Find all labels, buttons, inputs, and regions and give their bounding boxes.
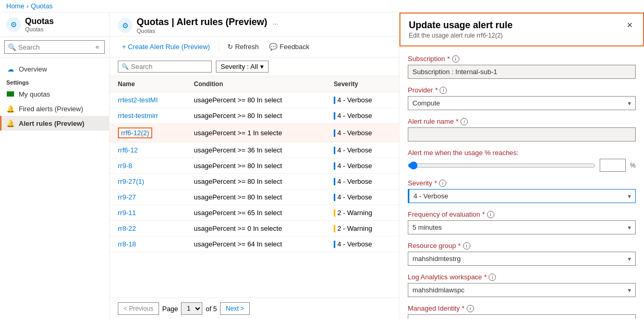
page-select[interactable]: 1 2 3 4 5 <box>181 302 202 315</box>
resource-group-label: Resource group <box>408 242 456 250</box>
resource-group-select[interactable]: mahshidmtestrg <box>408 252 636 266</box>
managed-identity-info-icon[interactable]: i <box>467 305 474 312</box>
right-panel: Update usage alert rule Edit the usage a… <box>399 13 644 319</box>
cell-name: rrf6-12 <box>110 143 186 158</box>
page-icon: ⚙ <box>118 18 132 33</box>
filter-search-input[interactable] <box>131 63 208 70</box>
cell-name: rr9-8 <box>110 158 186 174</box>
cell-severity: 4 - Verbose <box>325 143 399 158</box>
frequency-info-icon[interactable]: i <box>487 211 494 218</box>
resource-group-info-icon[interactable]: i <box>463 242 470 250</box>
usage-pct-input[interactable]: 1 <box>600 159 626 172</box>
cell-severity: 2 - Warning <box>325 205 399 221</box>
prev-page-button[interactable]: < Previous <box>118 302 159 315</box>
table-row[interactable]: rr9-27(1)usagePercent >= 80 In select4 -… <box>110 174 399 190</box>
more-options-icon[interactable]: ... <box>272 18 278 26</box>
cell-severity: 4 - Verbose <box>325 108 399 124</box>
managed-identity-required: * <box>462 304 465 312</box>
frequency-select[interactable]: 5 minutes <box>408 220 636 234</box>
sidebar-item-alert-rules-label: Alert rules (Preview) <box>19 120 84 127</box>
panel-close-button[interactable]: × <box>625 20 635 31</box>
provider-required: * <box>435 86 438 94</box>
table-row[interactable]: rrf6-12(2)usagePercent >= 1 In selecte4 … <box>110 124 399 143</box>
page-subtitle: Quotas <box>137 28 278 34</box>
breadcrumb-bar: Home › Quotas <box>0 0 644 13</box>
frequency-required: * <box>482 210 485 218</box>
col-header-severity: Severity <box>325 76 399 92</box>
alert-rule-name-info-icon[interactable]: i <box>460 118 468 125</box>
sidebar-search-box[interactable]: 🔍 « <box>4 40 105 54</box>
overview-icon: ☁ <box>6 65 15 73</box>
alert-rule-name-label: Alert rule name <box>408 117 454 125</box>
filter-search-icon: 🔍 <box>121 63 129 70</box>
col-header-name: Name <box>110 76 186 92</box>
resource-group-field: Resource group * i mahshidmtestrg <box>408 242 636 266</box>
filter-search-box[interactable]: 🔍 <box>118 61 212 73</box>
cell-name: rr9-11 <box>110 205 186 221</box>
sidebar-item-overview[interactable]: ☁ Overview <box>0 62 109 76</box>
sidebar-header: ⚙ Quotas Quotas <box>0 13 109 37</box>
subscription-info-icon[interactable]: i <box>452 55 459 63</box>
table-row[interactable]: rr9-11usagePercent >= 65 In select2 - Wa… <box>110 205 399 221</box>
alert-rules-table-container: Name Condition Severity rrtest2-testMIus… <box>110 76 399 298</box>
usage-pct-label: Alert me when the usage % reaches: <box>408 149 518 157</box>
managed-identity-select[interactable]: testmi <box>408 314 636 319</box>
table-row[interactable]: rr9-8usagePercent >= 80 In select4 - Ver… <box>110 158 399 174</box>
table-row[interactable]: rrf6-12usagePercent >= 36 In select4 - V… <box>110 143 399 158</box>
log-analytics-select[interactable]: mahshidmlawspc <box>408 283 636 297</box>
sidebar-item-my-quotas[interactable]: My quotas <box>0 87 109 101</box>
provider-info-icon[interactable]: i <box>440 87 447 94</box>
pagination: < Previous Page 1 2 3 4 5 of 5 Next > <box>110 298 399 319</box>
frequency-field: Frequency of evaluation * i 5 minutes <box>408 210 636 234</box>
cell-condition: usagePercent >= 80 In select <box>186 174 325 190</box>
severity-select[interactable]: 4 - Verbose <box>408 189 636 203</box>
breadcrumb-home[interactable]: Home <box>6 2 25 10</box>
usage-pct-slider[interactable] <box>408 161 596 170</box>
fired-alerts-icon: 🔔 <box>6 104 15 113</box>
resource-group-chevron-icon <box>628 255 631 263</box>
frequency-label: Frequency of evaluation <box>408 210 480 218</box>
collapse-button[interactable]: « <box>93 42 101 52</box>
alert-rule-name-input[interactable]: rrf6-12(2) <box>408 127 636 141</box>
cell-severity: 4 - Verbose <box>325 92 399 108</box>
severity-filter-tag[interactable]: Severity : All ▾ <box>216 61 269 73</box>
managed-identity-field: Managed Identity * i testmi Create new <box>408 304 636 319</box>
log-analytics-info-icon[interactable]: i <box>489 274 496 281</box>
sidebar-item-overview-label: Overview <box>19 65 47 73</box>
cell-severity: 4 - Verbose <box>325 158 399 174</box>
table-row[interactable]: rr9-27usagePercent >= 80 In select4 - Ve… <box>110 190 399 205</box>
panel-body: Subscription * i Subscription : Internal… <box>399 46 644 319</box>
severity-filter-chevron: ▾ <box>260 63 264 70</box>
pct-label: % <box>630 162 636 169</box>
sidebar-search-input[interactable] <box>18 43 91 51</box>
table-row[interactable]: rrtest-testmirrusagePercent >= 80 In sel… <box>110 108 399 124</box>
subscription-field: Subscription * i Subscription : Internal… <box>408 55 636 79</box>
managed-identity-label: Managed Identity <box>408 304 460 312</box>
severity-field: Severity * i 4 - Verbose <box>408 179 636 203</box>
severity-info-icon[interactable]: i <box>439 180 446 187</box>
table-row[interactable]: rr8-18usagePercent >= 64 In select4 - Ve… <box>110 237 399 252</box>
provider-select[interactable]: Compute <box>408 96 636 110</box>
refresh-button[interactable]: ↻ Refresh <box>223 41 263 53</box>
severity-filter-label: Severity : All <box>221 63 258 70</box>
sidebar-item-alert-rules[interactable]: 🔔 Alert rules (Preview) <box>0 116 109 131</box>
log-analytics-chevron-icon <box>628 286 631 294</box>
next-page-button[interactable]: Next > <box>220 302 250 315</box>
sidebar-item-fired-alerts[interactable]: 🔔 Fired alerts (Preview) <box>0 101 109 116</box>
create-alert-rule-button[interactable]: + Create Alert Rule (Preview) <box>118 41 214 53</box>
filter-bar: 🔍 Severity : All ▾ <box>110 57 399 76</box>
sidebar-search-container: 🔍 « <box>0 37 109 57</box>
table-row[interactable]: rrtest2-testMIusagePercent >= 80 In sele… <box>110 92 399 108</box>
quotas-icon: ⚙ <box>6 17 21 32</box>
cell-name: rr8-22 <box>110 221 186 237</box>
feedback-label: Feedback <box>280 43 309 51</box>
feedback-button[interactable]: 💬 Feedback <box>265 41 313 53</box>
alert-rule-name-required: * <box>456 117 458 125</box>
cell-name: rrtest-testmirr <box>110 108 186 124</box>
alert-rules-icon: 🔔 <box>6 119 15 127</box>
sidebar-nav: ☁ Overview Settings My quotas 🔔 Fired al… <box>0 57 109 135</box>
breadcrumb-quotas[interactable]: Quotas <box>31 2 53 10</box>
table-row[interactable]: rr8-22usagePercent >= 0 In selecte2 - Wa… <box>110 221 399 237</box>
cell-condition: usagePercent >= 65 In select <box>186 205 325 221</box>
content-area: ⚙ Quotas | Alert rules (Preview) ... Quo… <box>110 13 399 319</box>
